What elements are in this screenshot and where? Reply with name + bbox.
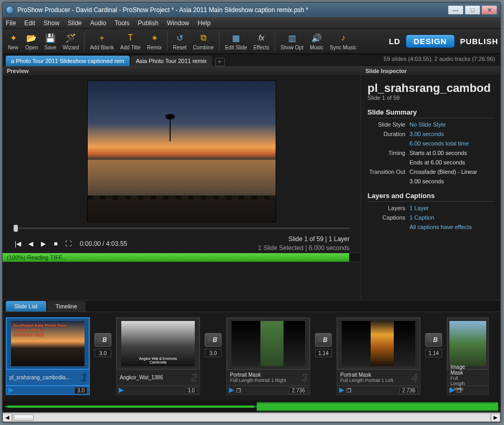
wizard-icon: 🪄 bbox=[65, 32, 77, 44]
tab-timeline[interactable]: Timeline bbox=[47, 301, 86, 312]
show-opt-button[interactable]: ▥Show Opt bbox=[278, 30, 306, 53]
play-icon[interactable] bbox=[339, 388, 344, 393]
slide-card[interactable]: Southeast Asia Photo TourCardinal PhotoD… bbox=[6, 317, 90, 395]
minimize-button[interactable]: — bbox=[448, 5, 464, 15]
save-button[interactable]: 💾Save bbox=[41, 30, 59, 53]
save-icon: 💾 bbox=[45, 32, 56, 44]
transition[interactable]: AB1.14 bbox=[425, 333, 443, 357]
sync-music-button[interactable]: ♪Sync Music bbox=[327, 30, 359, 53]
summary-heading: Slide Summary bbox=[368, 108, 494, 118]
project-tab-2[interactable]: Asia Photo Tour 2011 remix bbox=[131, 56, 212, 66]
inspector-slide-name: pl_srahsrang_cambod bbox=[368, 81, 494, 95]
scroll-right-button[interactable]: ▶ bbox=[491, 413, 500, 422]
slide-card[interactable]: Angkor Wat & EnvironsCambodia Angkor_Wat… bbox=[116, 317, 200, 395]
fullscreen-button[interactable]: ⛶ bbox=[64, 240, 72, 248]
play-button[interactable]: ▶ bbox=[39, 240, 47, 248]
music-button[interactable]: 🔊Music bbox=[307, 30, 326, 53]
menu-file[interactable]: File bbox=[6, 19, 16, 27]
effects-button[interactable]: fxEffects bbox=[251, 30, 272, 53]
combine-button[interactable]: ⧉Combine bbox=[190, 30, 216, 53]
first-button[interactable]: |◀ bbox=[14, 240, 22, 248]
stop-button[interactable]: ■ bbox=[51, 240, 60, 248]
remix-button[interactable]: ✴Remix bbox=[144, 30, 164, 53]
project-tab-1[interactable]: a Photo Tour 2011 Slideshow captioned re… bbox=[6, 56, 130, 66]
play-icon[interactable] bbox=[229, 388, 234, 393]
maximize-button[interactable]: □ bbox=[465, 5, 480, 15]
remix-icon: ✴ bbox=[149, 32, 160, 44]
close-button[interactable]: ✕ bbox=[481, 5, 497, 15]
audio-waveform[interactable] bbox=[3, 401, 500, 412]
menubar: File Edit Show Slide Audio Tools Publish… bbox=[3, 17, 500, 29]
progress-bar: (100%) Reading TIFF... bbox=[3, 253, 361, 262]
svg-text:A: A bbox=[97, 336, 102, 344]
inspector-slide-num: Slide 1 of 59 bbox=[368, 95, 494, 101]
svg-text:B: B bbox=[433, 336, 438, 344]
toolbar: ✦New 📂Open 💾Save 🪄Wizard ＋Add Blank TAdd… bbox=[3, 29, 500, 54]
wizard-button[interactable]: 🪄Wizard bbox=[60, 30, 81, 53]
add-title-button[interactable]: TAdd Title bbox=[118, 30, 143, 53]
svg-text:A: A bbox=[207, 336, 212, 344]
project-status: 59 slides (4:03.55), 2 audio tracks (7:2… bbox=[384, 56, 495, 62]
music-icon: 🔊 bbox=[311, 32, 322, 44]
svg-rect-11 bbox=[257, 403, 498, 410]
total-time-link[interactable]: 6.00 seconds total time bbox=[410, 140, 469, 147]
slide-list: Southeast Asia Photo TourCardinal PhotoD… bbox=[3, 312, 500, 401]
scroll-thumb[interactable] bbox=[14, 414, 34, 421]
edit-slide-icon: ▦ bbox=[230, 32, 242, 44]
edit-slide-button[interactable]: ▦Edit Slide bbox=[222, 30, 249, 53]
titlebar: ProShow Producer - David Cardinal - ProS… bbox=[3, 3, 500, 17]
menu-tools[interactable]: Tools bbox=[114, 19, 129, 27]
add-blank-icon: ＋ bbox=[96, 32, 108, 44]
mode-design[interactable]: DESIGN bbox=[406, 35, 455, 48]
slide-card[interactable]: Image MaskFull Length Lands ❐ bbox=[447, 317, 489, 395]
svg-text:B: B bbox=[213, 336, 217, 344]
layers-icon: ❐ bbox=[346, 388, 351, 393]
menu-audio[interactable]: Audio bbox=[90, 19, 107, 27]
new-icon: ✦ bbox=[7, 32, 19, 44]
svg-text:B: B bbox=[323, 336, 328, 344]
reset-icon: ↺ bbox=[174, 32, 185, 44]
layers-heading: Layers and Captions bbox=[368, 192, 494, 202]
add-project-tab[interactable]: + bbox=[215, 58, 225, 66]
menu-slide[interactable]: Slide bbox=[68, 19, 82, 27]
slide-card[interactable]: Portrait MaskFull Length Portrait 1 Left… bbox=[337, 317, 421, 395]
slide-style-link[interactable]: No Slide Style bbox=[410, 121, 446, 128]
layers-link[interactable]: 1 Layer bbox=[410, 205, 429, 211]
play-icon[interactable] bbox=[8, 388, 14, 393]
timecode: 0:00.00 / 4:03.55 bbox=[80, 240, 127, 247]
open-button[interactable]: 📂Open bbox=[23, 30, 40, 53]
menu-show[interactable]: Show bbox=[44, 19, 59, 27]
preview-seekbar[interactable] bbox=[14, 224, 350, 232]
reset-button[interactable]: ↺Reset bbox=[170, 30, 189, 53]
app-icon bbox=[6, 6, 14, 14]
slide-selection: 1 Slide Selected | 6.000 seconds bbox=[258, 244, 350, 253]
new-button[interactable]: ✦New bbox=[5, 30, 22, 53]
menu-help[interactable]: Help bbox=[198, 19, 211, 27]
captions-link[interactable]: 1 Caption bbox=[410, 214, 434, 221]
tab-slide-list[interactable]: Slide List bbox=[6, 301, 46, 312]
mode-publish[interactable]: PUBLISH bbox=[460, 37, 498, 46]
effects-icon: fx bbox=[256, 32, 267, 44]
duration-link[interactable]: 3.00 seconds bbox=[410, 131, 444, 137]
transition[interactable]: AB1.14 bbox=[314, 333, 332, 357]
menu-edit[interactable]: Edit bbox=[24, 19, 35, 27]
add-title-icon: T bbox=[124, 32, 136, 44]
play-icon[interactable] bbox=[119, 388, 124, 393]
menu-window[interactable]: Window bbox=[167, 19, 190, 27]
menu-publish[interactable]: Publish bbox=[138, 19, 158, 27]
transition[interactable]: AB3.0 bbox=[204, 333, 222, 357]
add-blank-button[interactable]: ＋Add Blank bbox=[87, 30, 117, 53]
prev-button[interactable]: ◀ bbox=[26, 240, 35, 248]
transition[interactable]: AB3.0 bbox=[94, 333, 112, 357]
caption-effects-link[interactable]: All captions have effects bbox=[410, 224, 471, 230]
window-title: ProShow Producer - David Cardinal - ProS… bbox=[17, 6, 445, 14]
slide-count: Slide 1 of 59 | 1 Layer bbox=[258, 235, 350, 244]
svg-text:A: A bbox=[428, 336, 433, 344]
layers-icon: ❐ bbox=[236, 388, 241, 393]
mode-build[interactable]: LD bbox=[389, 37, 401, 46]
scroll-left-button[interactable]: ◀ bbox=[3, 413, 12, 422]
slide-card[interactable]: Portrait MaskFull Length Portrait 1 Righ… bbox=[226, 317, 310, 395]
horizontal-scrollbar[interactable]: ◀ ▶ bbox=[3, 412, 500, 422]
sync-music-icon: ♪ bbox=[338, 32, 349, 44]
combine-icon: ⧉ bbox=[197, 32, 209, 44]
